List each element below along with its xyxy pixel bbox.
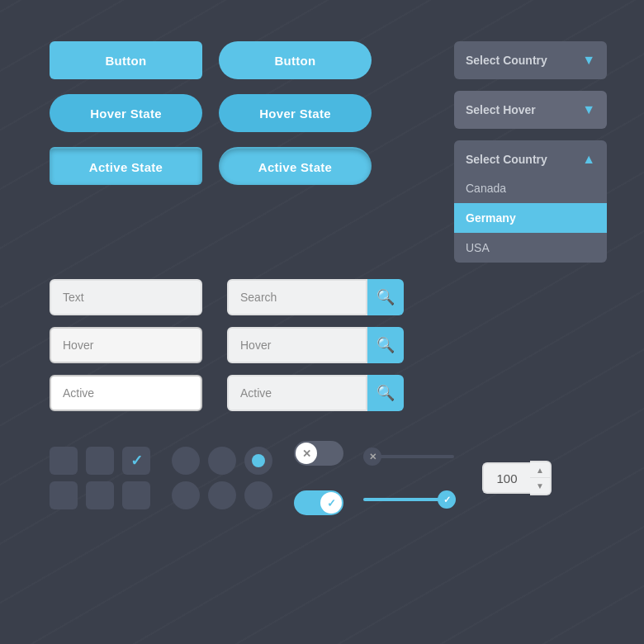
button-group-right: Button Hover State Active State [219, 41, 372, 185]
dropdown-item-canada[interactable]: Canada [454, 173, 607, 203]
search-input[interactable] [227, 279, 367, 315]
active-search-input[interactable] [227, 375, 367, 411]
button-active-left[interactable]: Active State [50, 147, 202, 185]
dropdown-panel: Select Country ▼ Select Hover ▼ Select C… [454, 41, 607, 263]
button-normal-right[interactable]: Button [219, 41, 372, 79]
search-icon-hover: 🔍 [376, 336, 395, 354]
toggle-knob-off: ✕ [296, 443, 317, 464]
slider-group: ✕ ✓ [363, 447, 454, 509]
slider-x-icon: ✕ [369, 452, 376, 462]
checkbox-6[interactable] [122, 481, 150, 509]
radio-6[interactable] [244, 481, 272, 509]
slider-thumb-check[interactable]: ✓ [438, 490, 456, 509]
radio-1[interactable] [172, 447, 200, 475]
toggle-group: ✕ ✓ [294, 441, 343, 515]
select-country-label: Select Country [466, 54, 547, 67]
checkbox-1[interactable] [50, 447, 78, 475]
spinner-input[interactable] [482, 462, 530, 494]
radio-5[interactable] [208, 481, 236, 509]
button-group-left: Button Hover State Active State [50, 41, 202, 185]
text-input-normal[interactable] [50, 279, 202, 315]
text-input-hover[interactable] [50, 327, 202, 363]
slider-on[interactable]: ✓ [363, 490, 454, 509]
checkbox-2[interactable] [86, 447, 114, 475]
hover-search-wrap: 🔍 [227, 327, 405, 363]
spinner-up-button[interactable]: ▲ [530, 462, 550, 478]
select-hover-label: Select Hover [466, 103, 536, 116]
select-open-arrow: ▲ [582, 152, 595, 167]
select-open-container: Select Country ▲ Canada Germany USA [454, 140, 607, 263]
dropdown-item-germany[interactable]: Germany [454, 203, 607, 233]
active-search-button[interactable]: 🔍 [367, 375, 404, 411]
dropdown-menu: Canada Germany USA [454, 173, 607, 263]
select-open-label: Select Country [466, 153, 547, 166]
checkbox-4[interactable] [50, 481, 78, 509]
radio-3[interactable] [244, 447, 272, 475]
hover-search-button[interactable]: 🔍 [367, 327, 404, 363]
checkbox-5[interactable] [86, 481, 114, 509]
search-input-wrap: 🔍 [227, 279, 405, 315]
input-group-left [50, 279, 202, 411]
slider-thumb-x[interactable]: ✕ [363, 447, 381, 466]
slider-check-icon: ✓ [443, 495, 451, 505]
button-hover-right[interactable]: Hover State [219, 94, 372, 132]
check-icon: ✓ [130, 452, 143, 470]
select-country-normal[interactable]: Select Country ▼ [454, 41, 607, 79]
radio-4[interactable] [172, 481, 200, 509]
dropdown-item-usa[interactable]: USA [454, 233, 607, 263]
button-hover-left[interactable]: Hover State [50, 94, 202, 132]
search-button[interactable]: 🔍 [367, 279, 404, 315]
button-active-right[interactable]: Active State [219, 147, 372, 185]
select-hover-arrow: ▼ [582, 102, 595, 117]
toggle-off[interactable]: ✕ [294, 441, 343, 466]
radio-selected-indicator [252, 454, 265, 467]
select-hover[interactable]: Select Hover ▼ [454, 91, 607, 129]
spinner: ▲ ▼ [482, 461, 552, 495]
checkbox-3[interactable]: ✓ [122, 447, 150, 475]
text-input-active[interactable] [50, 375, 202, 411]
spinner-buttons: ▲ ▼ [530, 461, 552, 495]
radio-2[interactable] [208, 447, 236, 475]
slider-off[interactable]: ✕ [363, 447, 454, 466]
active-search-wrap: 🔍 [227, 375, 405, 411]
checkbox-group: ✓ [50, 447, 152, 509]
radio-group [172, 447, 274, 509]
search-icon-active: 🔍 [376, 384, 395, 402]
hover-search-input[interactable] [227, 327, 367, 363]
toggle-on[interactable]: ✓ [294, 490, 343, 515]
toggle-check-icon: ✓ [327, 497, 336, 509]
button-normal-left[interactable]: Button [50, 41, 202, 79]
search-icon: 🔍 [376, 288, 395, 306]
toggle-x-icon: ✕ [302, 447, 311, 460]
select-country-arrow: ▼ [582, 53, 595, 68]
input-group-right: 🔍 🔍 🔍 [227, 279, 405, 411]
spinner-down-button[interactable]: ▼ [530, 478, 550, 494]
toggle-knob-on: ✓ [320, 492, 342, 514]
